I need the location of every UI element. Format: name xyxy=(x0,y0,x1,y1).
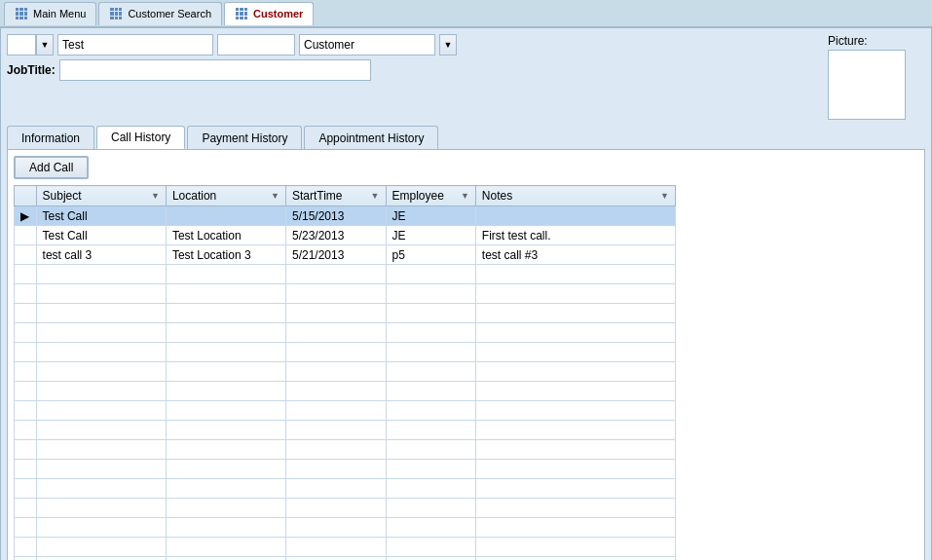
customer-type-display[interactable] xyxy=(299,34,435,56)
table-row-empty xyxy=(15,382,676,401)
empty-notes xyxy=(475,265,675,284)
empty-location xyxy=(166,323,285,343)
empty-starttime xyxy=(285,382,386,401)
empty-employee xyxy=(386,421,475,440)
employee-sort-icon: ▼ xyxy=(461,191,469,201)
empty-indicator xyxy=(15,557,37,561)
empty-employee xyxy=(386,479,475,499)
empty-location xyxy=(166,362,285,382)
empty-indicator xyxy=(15,362,37,382)
header-row1: ▼ ▼ xyxy=(7,34,822,56)
empty-notes xyxy=(475,557,675,561)
empty-indicator xyxy=(15,421,37,440)
tabs-bar: Information Call History Payment History… xyxy=(7,126,925,149)
call-history-table: Subject ▼ Location ▼ StartTime ▼ xyxy=(14,185,676,560)
empty-indicator xyxy=(15,499,37,518)
table-row-empty xyxy=(15,440,676,460)
empty-starttime xyxy=(285,479,386,499)
empty-subject xyxy=(36,518,166,538)
empty-subject xyxy=(36,284,166,304)
empty-subject xyxy=(36,557,166,561)
row-indicator: ▶ xyxy=(15,206,37,226)
tab-main-menu[interactable]: Main Menu xyxy=(4,2,96,25)
empty-notes xyxy=(475,421,675,440)
table-row[interactable]: Test Call Test Location 5/23/2013 JE Fir… xyxy=(15,226,676,245)
title-dropdown-btn[interactable]: ▼ xyxy=(36,34,54,56)
empty-starttime xyxy=(285,518,386,538)
empty-employee xyxy=(386,538,475,557)
th-employee[interactable]: Employee ▼ xyxy=(386,186,475,206)
main-content: ▼ ▼ JobTitle: Picture: Information Call … xyxy=(0,27,932,560)
last-name-input[interactable] xyxy=(217,34,295,56)
tab-payment-history[interactable]: Payment History xyxy=(187,126,302,149)
type-dropdown-btn[interactable]: ▼ xyxy=(439,34,457,56)
tab-information[interactable]: Information xyxy=(7,126,94,149)
empty-employee xyxy=(386,557,475,561)
empty-location xyxy=(166,557,285,561)
empty-notes xyxy=(475,362,675,382)
type-dropdown-wrapper: ▼ xyxy=(439,34,457,56)
cell-starttime: 5/15/2013 xyxy=(285,206,386,226)
empty-starttime xyxy=(285,362,386,382)
cell-location xyxy=(166,206,285,226)
empty-location xyxy=(166,460,285,479)
empty-employee xyxy=(386,343,475,362)
row-indicator xyxy=(15,245,37,265)
jobtitle-input[interactable] xyxy=(59,59,371,81)
tab-customer[interactable]: Customer xyxy=(224,2,314,25)
header-form: ▼ ▼ JobTitle: Picture: xyxy=(7,34,925,120)
empty-subject xyxy=(36,421,166,440)
table-row-empty xyxy=(15,499,676,518)
empty-location xyxy=(166,304,285,323)
empty-employee xyxy=(386,382,475,401)
empty-starttime xyxy=(285,265,386,284)
empty-notes xyxy=(475,382,675,401)
empty-subject xyxy=(36,323,166,343)
customer-tab-icon xyxy=(235,8,248,19)
add-call-button[interactable]: Add Call xyxy=(14,156,89,179)
cell-employee: p5 xyxy=(386,245,475,265)
empty-employee xyxy=(386,284,475,304)
first-name-input[interactable] xyxy=(57,34,213,56)
table-row[interactable]: ▶ Test Call 5/15/2013 JE xyxy=(15,206,676,226)
empty-indicator xyxy=(15,460,37,479)
empty-indicator xyxy=(15,265,37,284)
empty-employee xyxy=(386,440,475,460)
table-row-empty xyxy=(15,538,676,557)
empty-notes xyxy=(475,518,675,538)
th-indicator xyxy=(15,186,37,206)
empty-location xyxy=(166,382,285,401)
empty-location xyxy=(166,479,285,499)
empty-subject xyxy=(36,401,166,421)
empty-location xyxy=(166,265,285,284)
empty-employee xyxy=(386,518,475,538)
table-row[interactable]: test call 3 Test Location 3 5/21/2013 p5… xyxy=(15,245,676,265)
th-starttime[interactable]: StartTime ▼ xyxy=(285,186,386,206)
title-dropdown-wrapper: ▼ xyxy=(7,34,54,56)
empty-employee xyxy=(386,323,475,343)
empty-subject xyxy=(36,499,166,518)
notes-sort-icon: ▼ xyxy=(660,191,669,201)
empty-location xyxy=(166,284,285,304)
th-location[interactable]: Location ▼ xyxy=(166,186,285,206)
tab-customer-search[interactable]: Customer Search xyxy=(98,2,222,25)
empty-location xyxy=(166,440,285,460)
table-row-empty xyxy=(15,421,676,440)
th-notes[interactable]: Notes ▼ xyxy=(475,186,675,206)
empty-starttime xyxy=(285,499,386,518)
empty-notes xyxy=(475,440,675,460)
empty-notes xyxy=(475,343,675,362)
title-input[interactable] xyxy=(7,34,36,56)
tab-appointment-history[interactable]: Appointment History xyxy=(304,126,438,149)
empty-location xyxy=(166,401,285,421)
picture-box xyxy=(828,50,906,120)
row-indicator xyxy=(15,226,37,245)
table-row-empty xyxy=(15,557,676,561)
picture-area: Picture: xyxy=(828,34,925,120)
tab-call-history[interactable]: Call History xyxy=(96,126,185,149)
empty-employee xyxy=(386,401,475,421)
empty-location xyxy=(166,343,285,362)
empty-indicator xyxy=(15,538,37,557)
cell-employee: JE xyxy=(386,206,475,226)
th-subject[interactable]: Subject ▼ xyxy=(36,186,166,206)
